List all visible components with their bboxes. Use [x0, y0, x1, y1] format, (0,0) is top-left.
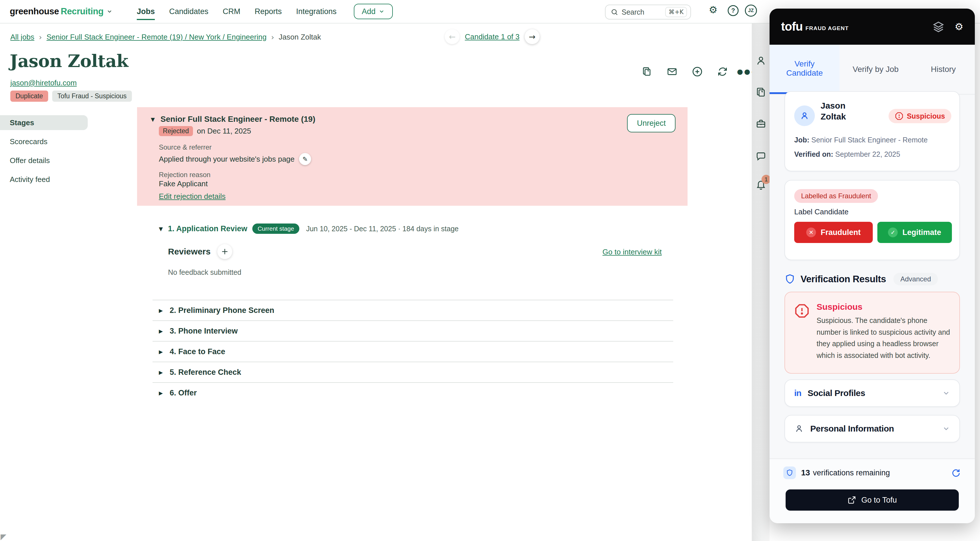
tools-rail: 1	[752, 24, 770, 541]
notifications-bell-icon[interactable]: 1	[755, 179, 767, 190]
add-button[interactable]: Add	[354, 4, 393, 19]
legitimate-button-label: Legitimate	[902, 228, 941, 237]
prev-candidate-button[interactable]: ←	[445, 29, 460, 44]
layers-icon[interactable]	[932, 21, 945, 33]
verification-results-title: Verification Results	[800, 274, 886, 284]
candidate-actions: ●●●	[638, 63, 756, 80]
social-profiles-title: Social Profiles	[808, 388, 865, 398]
app-window: greenhouse Recruiting Jobs Candidates CR…	[0, 0, 980, 541]
alert-title: Suspicious	[816, 302, 862, 312]
add-reviewer-button[interactable]	[217, 244, 232, 259]
tag-tofu-fraud[interactable]: Tofu Fraud - Suspicious	[52, 90, 132, 102]
job-label: Job:	[794, 136, 810, 144]
suspicious-status-label: Suspicious	[907, 112, 945, 121]
go-to-tofu-button[interactable]: Go to Tofu	[786, 489, 959, 511]
stage-row-reference-check[interactable]: ▶ 5. Reference Check	[153, 362, 673, 382]
search-shortcut-badge: ⌘+K	[665, 7, 687, 17]
stage-row-label: 2. Preliminary Phone Screen	[170, 306, 274, 315]
advanced-toggle[interactable]: Advanced	[893, 273, 938, 286]
stage-collapse-triangle-icon[interactable]: ▼	[159, 226, 163, 232]
search-icon	[611, 8, 618, 16]
verified-on-label: Verified on:	[794, 150, 833, 158]
stage-row-preliminary-phone-screen[interactable]: ▶ 2. Preliminary Phone Screen	[153, 300, 673, 320]
alert-octagon-icon	[895, 112, 904, 121]
tofu-panel-header: tofu FRAUD AGENT ⚙	[770, 9, 975, 45]
brand-greenhouse: greenhouse	[10, 6, 59, 17]
next-candidate-button[interactable]: →	[525, 29, 539, 44]
breadcrumb-current: Jason Zoltak	[279, 33, 321, 41]
linkedin-icon: in	[794, 388, 801, 398]
chat-icon[interactable]	[755, 151, 767, 162]
sidebar-item-stages[interactable]: Stages	[0, 115, 88, 130]
nav-item-candidates[interactable]: Candidates	[169, 0, 208, 23]
user-avatar[interactable]: JZ	[745, 5, 757, 17]
shield-icon	[784, 274, 795, 284]
personal-information-section[interactable]: Personal Information	[784, 415, 960, 443]
tab-verify-by-job[interactable]: Verify by Job	[840, 45, 912, 94]
rejection-reason-label: Rejection reason	[159, 171, 210, 179]
collapse-triangle-icon[interactable]: ▼	[151, 116, 155, 122]
fraudulent-button[interactable]: ✕ Fraudulent	[794, 222, 873, 243]
nav-item-reports[interactable]: Reports	[255, 0, 282, 23]
candidate-sidebar: Stages Scorecards Offer details Activity…	[0, 115, 92, 191]
page-title: Jason Zoltak	[10, 51, 128, 71]
mouse-cursor: ◤	[1, 532, 6, 541]
no-feedback-text: No feedback submitted	[168, 268, 242, 276]
edit-source-pencil-icon[interactable]: ✎	[299, 153, 311, 165]
breadcrumb-job-link[interactable]: Senior Full Stack Engineer - Remote (19)…	[46, 33, 266, 41]
stage-row-offer[interactable]: ▶ 6. Offer	[153, 382, 673, 403]
stage-row-label: 4. Face to Face	[170, 347, 225, 356]
x-circle-icon: ✕	[806, 227, 816, 237]
transfer-icon[interactable]	[714, 63, 731, 80]
go-to-interview-kit-link[interactable]: Go to interview kit	[602, 247, 662, 257]
label-candidate-card: Labelled as Fraudulent Label Candidate ✕…	[784, 180, 960, 260]
help-icon[interactable]: ?	[728, 5, 738, 16]
verified-on-value: September 22, 2025	[835, 150, 900, 158]
job-value: Senior Full Stack Engineer - Remote	[811, 136, 928, 144]
nav-item-jobs[interactable]: Jobs	[137, 0, 155, 23]
tofu-settings-gear-icon[interactable]: ⚙	[955, 21, 963, 32]
sidebar-item-offer-details[interactable]: Offer details	[0, 153, 92, 168]
documents-icon[interactable]	[755, 87, 767, 98]
stage-1-title[interactable]: 1. Application Review	[168, 224, 247, 233]
tab-verify-candidate[interactable]: Verify Candidate	[770, 45, 840, 94]
person-icon[interactable]	[755, 55, 767, 67]
nav-item-integrations[interactable]: Integrations	[296, 0, 337, 23]
nav-links: Jobs Candidates CRM Reports Integrations	[137, 0, 337, 23]
candidate-pager: ← Candidate 1 of 3 →	[445, 29, 539, 44]
briefcase-icon[interactable]	[755, 118, 767, 130]
person-outline-icon	[794, 424, 804, 433]
tag-duplicate[interactable]: Duplicate	[10, 90, 48, 102]
social-profiles-section[interactable]: in Social Profiles	[784, 379, 960, 407]
stage-row-label: 5. Reference Check	[170, 368, 241, 377]
sidebar-item-scorecards[interactable]: Scorecards	[0, 134, 92, 149]
nav-item-crm[interactable]: CRM	[223, 0, 240, 23]
stage-row-phone-interview[interactable]: ▶ 3. Phone Interview	[153, 320, 673, 341]
breadcrumb-all-jobs[interactable]: All jobs	[10, 33, 34, 41]
stage-row-face-to-face[interactable]: ▶ 4. Face to Face	[153, 341, 673, 362]
unreject-button[interactable]: Unreject	[627, 114, 676, 132]
tofu-logo-suffix: FRAUD AGENT	[805, 25, 849, 32]
candidate-pager-link[interactable]: Candidate 1 of 3	[465, 32, 520, 41]
add-circle-icon[interactable]	[689, 63, 706, 80]
tofu-fraud-agent-panel: tofu FRAUD AGENT ⚙ Verify Candidate Veri…	[770, 9, 975, 523]
shield-chip-icon	[783, 466, 796, 479]
edit-rejection-details-link[interactable]: Edit rejection details	[159, 192, 226, 201]
tab-history[interactable]: History	[912, 45, 975, 94]
legitimate-button[interactable]: ✓ Legitimate	[877, 222, 952, 243]
settings-gear-icon[interactable]: ⚙	[709, 4, 718, 16]
sidebar-item-activity-feed[interactable]: Activity feed	[0, 172, 92, 187]
expand-triangle-icon: ▶	[159, 308, 163, 314]
search-input[interactable]: Search ⌘+K	[605, 5, 691, 19]
candidate-email-link[interactable]: jason@hiretofu.com	[10, 79, 77, 87]
verifications-count: 13	[801, 468, 810, 478]
stage-row-label: 6. Offer	[170, 389, 197, 397]
copy-documents-icon[interactable]	[638, 63, 655, 80]
greenhouse-logo[interactable]: greenhouse Recruiting	[10, 6, 113, 17]
refresh-icon[interactable]	[951, 468, 961, 478]
candidate-page: All jobs › Senior Full Stack Engineer - …	[0, 24, 752, 541]
email-icon[interactable]	[663, 63, 681, 80]
check-circle-icon: ✓	[888, 227, 898, 237]
chevron-down-icon	[379, 8, 385, 14]
expand-triangle-icon: ▶	[159, 390, 163, 396]
